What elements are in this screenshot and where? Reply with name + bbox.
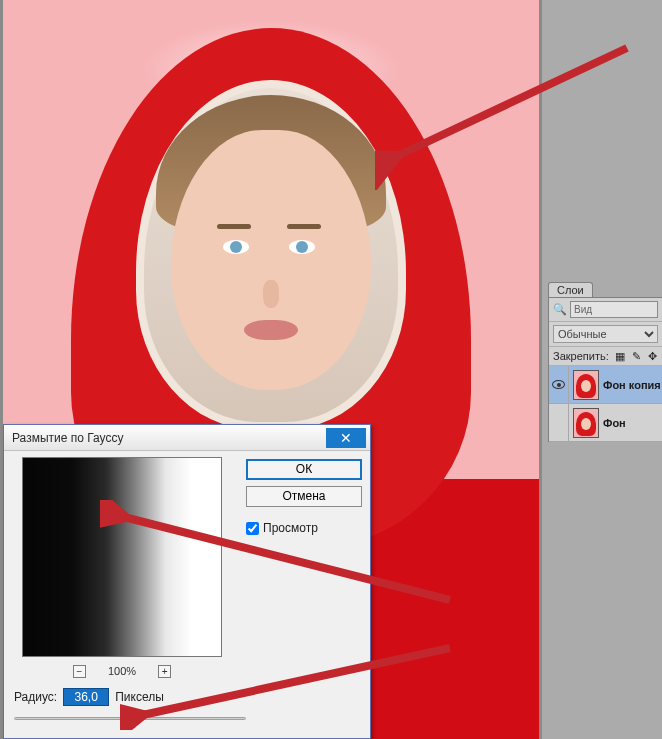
nose-shape	[263, 280, 279, 308]
zoom-level: 100%	[108, 665, 136, 677]
eye-right	[289, 240, 315, 254]
radius-row: Радиус: Пикселы	[14, 688, 164, 706]
radius-unit: Пикселы	[115, 690, 164, 704]
blend-mode-row: Обычные	[549, 322, 662, 347]
layer-row[interactable]: Фон	[549, 404, 662, 442]
search-icon: 🔍	[553, 303, 567, 317]
ok-button[interactable]: ОК	[246, 459, 362, 480]
layer-thumbnail	[573, 370, 599, 400]
layer-row-active[interactable]: Фон копия	[549, 366, 662, 404]
preview-checkbox[interactable]	[246, 522, 259, 535]
layer-filter-input[interactable]	[570, 301, 658, 318]
layers-panel: 🔍 Обычные Закрепить: ▦ ✎ ✥ Фон копия Фон	[548, 297, 662, 442]
close-button[interactable]: ✕	[326, 428, 366, 448]
cancel-button[interactable]: Отмена	[246, 486, 362, 507]
layer-name[interactable]: Фон копия	[603, 379, 661, 391]
gaussian-blur-dialog: Размытие по Гауссу ✕ − 100% + ОК Отмена …	[3, 424, 371, 739]
layers-panel-tabstrip: Слои	[548, 282, 662, 298]
lock-label: Закрепить:	[553, 350, 609, 362]
blur-preview[interactable]	[22, 457, 222, 657]
slider-thumb[interactable]	[126, 712, 136, 728]
lock-position-icon[interactable]: ✥	[648, 350, 658, 362]
eye-icon	[552, 380, 565, 389]
layer-visibility-toggle[interactable]	[549, 404, 569, 441]
radius-label: Радиус:	[14, 690, 57, 704]
face-shape	[171, 130, 371, 390]
dialog-body: − 100% + ОК Отмена Просмотр Радиус: Пикс…	[4, 451, 370, 738]
zoom-controls: − 100% +	[22, 663, 222, 679]
blend-mode-select[interactable]: Обычные	[553, 325, 658, 343]
eye-left	[223, 240, 249, 254]
radius-input[interactable]	[63, 688, 109, 706]
layer-thumbnail	[573, 408, 599, 438]
lock-row: Закрепить: ▦ ✎ ✥	[549, 347, 662, 366]
brow-left	[217, 224, 251, 229]
zoom-out-button[interactable]: −	[73, 665, 86, 678]
layer-visibility-toggle[interactable]	[549, 366, 569, 403]
dialog-title: Размытие по Гауссу	[12, 431, 123, 445]
preview-checkbox-row[interactable]: Просмотр	[246, 521, 362, 535]
dialog-titlebar[interactable]: Размытие по Гауссу ✕	[4, 425, 370, 451]
radius-slider[interactable]	[14, 712, 246, 726]
lock-pixels-icon[interactable]: ✎	[631, 350, 641, 362]
preview-checkbox-label: Просмотр	[263, 521, 318, 535]
brow-right	[287, 224, 321, 229]
close-icon: ✕	[340, 430, 352, 446]
layers-tab[interactable]: Слои	[548, 282, 593, 298]
zoom-in-button[interactable]: +	[158, 665, 171, 678]
lips-shape	[244, 320, 298, 340]
layer-name[interactable]: Фон	[603, 417, 626, 429]
layer-filter-row: 🔍	[549, 298, 662, 322]
lock-transparency-icon[interactable]: ▦	[615, 350, 625, 362]
